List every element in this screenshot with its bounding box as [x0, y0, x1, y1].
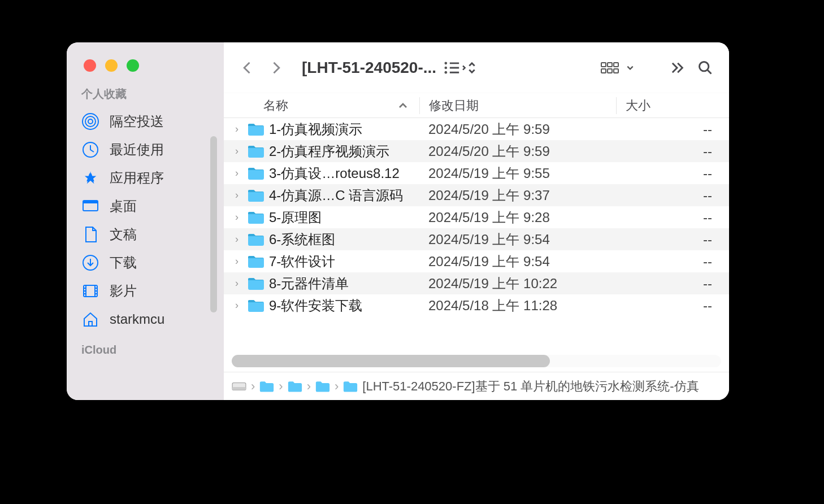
- column-header-date[interactable]: 修改日期: [419, 97, 616, 114]
- sidebar-item-movies[interactable]: 影片: [67, 277, 224, 305]
- path-separator: ›: [251, 379, 255, 394]
- back-button[interactable]: [240, 60, 255, 76]
- file-row[interactable]: ›2-仿真程序视频演示2024/5/20 上午 9:59--: [224, 140, 729, 162]
- fullscreen-window-button[interactable]: [127, 59, 139, 72]
- sidebar-item-desktop[interactable]: 桌面: [67, 192, 224, 220]
- svg-point-1: [85, 116, 96, 127]
- disclosure-triangle[interactable]: ›: [235, 255, 243, 267]
- finder-window: 个人收藏 隔空投送最近使用A应用程序桌面文稿下载影片starkmcu iClou…: [67, 42, 729, 400]
- file-date-cell: 2024/5/20 上午 9:59: [419, 142, 616, 160]
- svg-point-0: [88, 119, 93, 124]
- file-name-label: 8-元器件清单: [269, 275, 349, 293]
- file-date-cell: 2024/5/19 上午 9:28: [419, 208, 616, 227]
- path-separator: ›: [335, 379, 339, 394]
- sidebar-section-icloud: iCloud: [67, 344, 224, 362]
- column-header-name[interactable]: 名称: [224, 97, 419, 114]
- file-name-cell: ›4-仿真源…C 语言源码: [224, 186, 419, 205]
- folder-icon[interactable]: [343, 380, 358, 393]
- sidebar-scrollbar-thumb[interactable]: [210, 136, 217, 312]
- disclosure-triangle[interactable]: ›: [235, 211, 243, 223]
- file-row[interactable]: ›8-元器件清单2024/5/19 上午 10:22--: [224, 272, 729, 294]
- path-separator: ›: [279, 379, 283, 394]
- file-date-cell: 2024/5/19 上午 10:22: [419, 275, 616, 293]
- file-row[interactable]: ›9-软件安装下载2024/5/18 上午 11:28--: [224, 294, 729, 316]
- file-row[interactable]: ›1-仿真视频演示2024/5/20 上午 9:59--: [224, 118, 729, 140]
- more-toolbar-button[interactable]: [669, 60, 685, 76]
- disclosure-triangle[interactable]: ›: [235, 167, 243, 179]
- window-controls: [67, 50, 224, 86]
- file-row[interactable]: ›6-系统框图2024/5/19 上午 9:54--: [224, 228, 729, 250]
- file-name-label: 3-仿真设…roteus8.12: [269, 164, 400, 183]
- column-header-size[interactable]: 大小: [616, 97, 729, 114]
- file-row[interactable]: ›4-仿真源…C 语言源码2024/5/19 上午 9:37--: [224, 184, 729, 206]
- folder-icon: [248, 277, 264, 290]
- file-name-cell: ›8-元器件清单: [224, 275, 419, 293]
- disclosure-triangle[interactable]: ›: [235, 233, 243, 245]
- folder-icon[interactable]: [259, 380, 274, 393]
- sidebar-item-downloads[interactable]: 下载: [67, 249, 224, 277]
- close-window-button[interactable]: [84, 59, 96, 72]
- search-button[interactable]: [697, 60, 713, 76]
- list-view-button[interactable]: [443, 60, 476, 76]
- path-bar: › › › › [LHT-51-240520-FZ]基于 51 单片机的地铁污水…: [224, 372, 729, 400]
- sidebar-item-label: 影片: [110, 282, 137, 300]
- horizontal-scrollbar-thumb[interactable]: [232, 355, 550, 367]
- sidebar-item-documents[interactable]: 文稿: [67, 220, 224, 249]
- disclosure-triangle[interactable]: ›: [235, 277, 243, 289]
- downloads-icon: [81, 254, 99, 272]
- sidebar-section-favorites: 个人收藏: [67, 86, 224, 107]
- sidebar-item-label: 下载: [110, 254, 137, 272]
- disclosure-triangle[interactable]: ›: [235, 145, 243, 157]
- svg-line-31: [708, 69, 712, 73]
- file-name-cell: ›7-软件设计: [224, 253, 419, 271]
- file-size-cell: --: [616, 166, 729, 181]
- sidebar-item-label: 文稿: [110, 225, 137, 244]
- file-row[interactable]: ›7-软件设计2024/5/19 上午 9:54--: [224, 250, 729, 272]
- file-size-cell: --: [616, 276, 729, 292]
- sidebar-item-airdrop[interactable]: 隔空投送: [67, 107, 224, 136]
- svg-point-22: [445, 71, 448, 73]
- chevron-down-icon: [626, 60, 634, 76]
- file-name-cell: ›1-仿真视频演示: [224, 120, 419, 138]
- horizontal-scrollbar-track[interactable]: [232, 355, 721, 367]
- file-name-cell: ›6-系统框图: [224, 231, 419, 249]
- svg-text:A: A: [86, 171, 94, 184]
- svg-rect-27: [601, 69, 606, 73]
- svg-point-18: [445, 62, 448, 64]
- folder-icon[interactable]: [288, 380, 302, 393]
- svg-rect-24: [601, 63, 606, 67]
- minimize-window-button[interactable]: [105, 59, 118, 72]
- file-name-label: 1-仿真视频演示: [269, 120, 362, 138]
- folder-icon: [248, 123, 264, 136]
- home-icon: [81, 310, 99, 328]
- disclosure-triangle[interactable]: ›: [235, 299, 243, 311]
- sort-ascending-icon: [398, 101, 408, 111]
- file-row[interactable]: ›5-原理图2024/5/19 上午 9:28--: [224, 206, 729, 228]
- svg-rect-17: [89, 321, 92, 326]
- file-name-label: 9-软件安装下载: [269, 297, 362, 315]
- disclosure-triangle[interactable]: ›: [235, 123, 243, 135]
- svg-rect-25: [608, 63, 612, 67]
- folder-icon[interactable]: [315, 380, 330, 393]
- folder-icon: [248, 145, 264, 158]
- file-row[interactable]: ›3-仿真设…roteus8.122024/5/19 上午 9:55--: [224, 162, 729, 184]
- sidebar-item-home[interactable]: starkmcu: [67, 305, 224, 333]
- disk-icon[interactable]: [232, 380, 246, 393]
- file-name-cell: ›9-软件安装下载: [224, 297, 419, 315]
- sidebar-item-label: 隔空投送: [110, 112, 164, 131]
- documents-icon: [81, 225, 99, 244]
- sidebar-item-apps[interactable]: A应用程序: [67, 164, 224, 192]
- disclosure-triangle[interactable]: ›: [235, 189, 243, 201]
- folder-icon: [248, 211, 264, 224]
- file-name-cell: ›2-仿真程序视频演示: [224, 142, 419, 160]
- file-size-cell: --: [616, 144, 729, 159]
- path-current-folder[interactable]: [LHT-51-240520-FZ]基于 51 单片机的地铁污水检测系统-仿真: [362, 378, 699, 395]
- sidebar-item-recents[interactable]: 最近使用: [67, 136, 224, 164]
- folder-icon: [248, 189, 264, 202]
- file-size-cell: --: [616, 210, 729, 225]
- forward-button[interactable]: [268, 60, 284, 76]
- folder-icon: [248, 167, 264, 180]
- group-by-button[interactable]: [600, 60, 634, 76]
- file-date-cell: 2024/5/19 上午 9:54: [419, 253, 616, 271]
- file-date-cell: 2024/5/20 上午 9:59: [419, 120, 616, 138]
